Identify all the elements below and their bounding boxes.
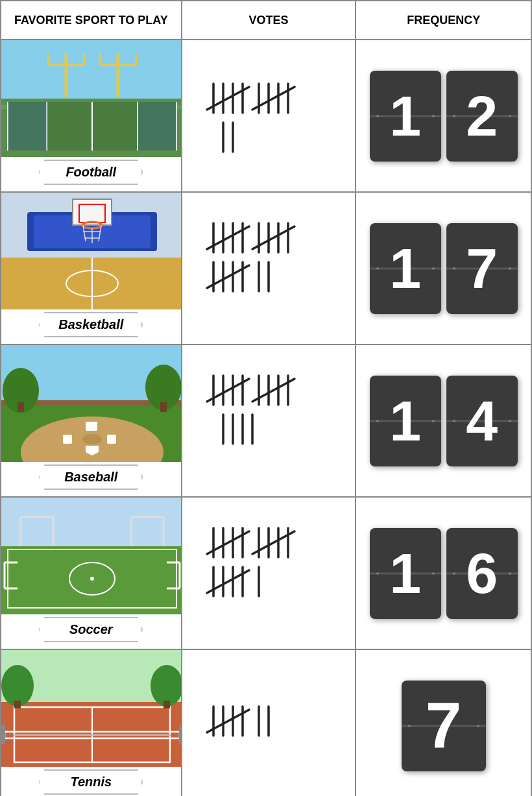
- freq-cell-baseball: 1 4: [356, 345, 531, 496]
- flip-digit: 1: [370, 71, 441, 162]
- sport-scene-soccer: [1, 498, 181, 617]
- flip-digit: 7: [402, 681, 486, 771]
- sport-label-soccer: Soccer: [39, 617, 143, 642]
- votes-cell-tennis: [182, 650, 357, 796]
- freq-cell-tennis: 7: [356, 650, 531, 796]
- svg-rect-132: [14, 701, 21, 708]
- svg-point-65: [82, 434, 102, 444]
- sport-label-basketball: Basketball: [39, 312, 143, 337]
- flip-digit: 6: [446, 528, 518, 619]
- freq-cell-football: 1 2: [356, 40, 531, 191]
- flip-digit: 1: [370, 223, 441, 314]
- flip-digit: 7: [446, 223, 518, 314]
- flip-digit: 4: [446, 376, 518, 466]
- freq-cell-soccer: 1 6: [356, 498, 531, 649]
- flip-board-soccer: 1 6: [370, 528, 518, 619]
- sport-cell-baseball: Baseball: [1, 345, 182, 496]
- table-row: Baseball: [1, 345, 531, 498]
- table-row: Football: [1, 40, 531, 193]
- table-row: Tennis 7: [1, 650, 531, 796]
- sport-label-football: Football: [39, 160, 143, 185]
- sport-scene-baseball: [1, 345, 181, 464]
- svg-rect-130: [179, 725, 181, 744]
- svg-rect-66: [86, 422, 97, 431]
- flip-digit: 1: [370, 528, 441, 619]
- sport-cell-football: Football: [1, 40, 182, 191]
- sport-cell-soccer: Soccer: [1, 498, 182, 649]
- svg-rect-0: [1, 40, 181, 99]
- flip-digit: 1: [370, 376, 441, 466]
- sport-scene-football: [1, 40, 181, 160]
- table-row: Soccer: [1, 498, 531, 650]
- sport-scene-tennis: [1, 650, 181, 769]
- votes-cell-football: [182, 40, 357, 191]
- votes-cell-soccer: [182, 498, 357, 649]
- svg-rect-129: [1, 725, 5, 744]
- table-row: Basketball: [1, 193, 531, 345]
- votes-cell-baseball: [182, 345, 357, 496]
- svg-rect-90: [1, 546, 181, 614]
- freq-cell-basketball: 1 7: [356, 193, 531, 344]
- svg-rect-74: [160, 402, 167, 412]
- header-sport: FAVORITE SPORT TO PLAY: [1, 1, 182, 39]
- svg-rect-67: [63, 435, 72, 444]
- svg-rect-18: [138, 102, 176, 151]
- svg-point-93: [90, 577, 94, 581]
- svg-rect-134: [163, 701, 170, 708]
- flip-board-baseball: 1 4: [370, 376, 518, 466]
- sport-cell-tennis: Tennis: [1, 650, 182, 796]
- svg-point-131: [1, 665, 34, 706]
- sport-scene-basketball: [1, 193, 181, 312]
- svg-rect-72: [18, 402, 24, 412]
- svg-rect-17: [8, 102, 47, 151]
- sport-label-tennis: Tennis: [39, 769, 143, 795]
- main-table: FAVORITE SPORT TO PLAY VOTES FREQUENCY: [0, 0, 532, 796]
- sport-cell-basketball: Basketball: [1, 193, 182, 344]
- flip-board-basketball: 1 7: [370, 223, 518, 314]
- header-votes: VOTES: [182, 1, 357, 39]
- votes-cell-basketball: [182, 193, 357, 344]
- svg-rect-32: [1, 258, 181, 309]
- flip-board-football: 1 2: [370, 71, 518, 162]
- svg-rect-68: [107, 435, 116, 444]
- header-freq: FREQUENCY: [356, 1, 531, 39]
- header-row: FAVORITE SPORT TO PLAY VOTES FREQUENCY: [1, 1, 531, 40]
- svg-rect-89: [1, 498, 181, 546]
- flip-digit: 2: [446, 71, 518, 162]
- flip-board-tennis: 7: [402, 681, 486, 771]
- sport-label-baseball: Baseball: [39, 464, 143, 490]
